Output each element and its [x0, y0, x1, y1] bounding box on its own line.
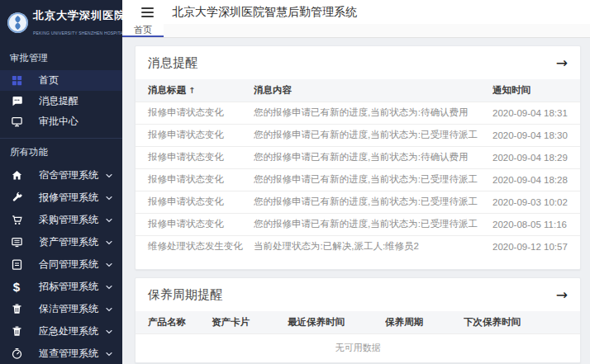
sidebar-item-label: 报修管理系统: [39, 191, 104, 205]
message-title-cell: 报修申请状态变化: [136, 213, 254, 235]
empty-data-message: 无可用数据: [136, 333, 580, 362]
chevron-down-icon: [104, 305, 114, 314]
message-time-cell: 2020-08-05 11:16: [492, 213, 580, 235]
sidebar-item-label: 消息提醒: [39, 94, 114, 108]
wrench-icon: [10, 191, 23, 205]
message-time-cell: 2020-09-03 10:02: [492, 191, 580, 213]
tab-bar: 首页: [122, 24, 590, 38]
card-padding: [136, 258, 580, 269]
home-icon: [10, 169, 23, 182]
chevron-down-icon: [104, 282, 114, 292]
message-title-cell: 报修申请状态变化: [136, 124, 254, 146]
message-content-cell: 您的报修申请已有新的进度,当前状态为:已受理待派工: [254, 168, 492, 191]
sidebar-item-label: 应急处理系统: [39, 324, 104, 338]
messages-title: 消息提醒: [148, 55, 197, 71]
sidebar-item-procurement-system[interactable]: 采购管理系统: [0, 209, 122, 231]
column-header-next-maintenance[interactable]: 下次保养时间: [464, 311, 580, 333]
message-time-cell: 2020-09-12 10:57: [492, 235, 580, 258]
sidebar-item-approval-center[interactable]: 审批中心: [0, 111, 122, 132]
column-header-asset-card[interactable]: 资产卡片: [212, 311, 288, 333]
sidebar-item-label: 审批中心: [39, 115, 114, 129]
chevron-down-icon: [104, 171, 114, 181]
sidebar-item-cleaning-system[interactable]: 保洁管理系统: [0, 298, 122, 320]
column-header-message-content[interactable]: 消息内容: [254, 79, 492, 102]
chevron-down-icon: [104, 215, 114, 225]
column-header-message-title[interactable]: 消息标题↑: [136, 79, 254, 102]
sidebar-item-dormitory-system[interactable]: 宿舍管理系统: [0, 164, 122, 187]
column-header-last-maintenance[interactable]: 最近保养时间: [288, 311, 385, 333]
table-row[interactable]: 报修申请状态变化 您的报修申请已有新的进度,当前状态为:待确认费用 2020-0…: [136, 102, 580, 124]
tab-home[interactable]: 首页: [122, 24, 164, 37]
sort-asc-icon: ↑: [188, 86, 195, 95]
messages-table-header-row: 消息标题↑ 消息内容 通知时间: [136, 79, 580, 102]
messages-card: 消息提醒 → 消息标题↑ 消息内容 通知时间 报修申请状态变化: [135, 45, 581, 270]
message-title-cell: 维修处理状态发生变化: [136, 235, 254, 258]
chevron-down-icon: [104, 193, 114, 203]
sidebar-item-emergency-system[interactable]: 应急处理系统: [0, 320, 122, 343]
maintenance-table-header-row: 产品名称 资产卡片 最近保养时间 保养周期 下次保养时间: [136, 311, 580, 333]
message-title-cell: 报修申请状态变化: [136, 191, 254, 213]
messages-table: 消息标题↑ 消息内容 通知时间 报修申请状态变化 您的报修申请已有新的进度,当前…: [136, 79, 580, 258]
column-header-maintenance-cycle[interactable]: 保养周期: [385, 311, 464, 333]
menu-toggle-icon[interactable]: [140, 5, 155, 20]
cart-icon: [10, 214, 23, 227]
table-row[interactable]: 报修申请状态变化 您的报修申请已有新的进度,当前状态为:已受理待派工 2020-…: [136, 191, 580, 213]
maintenance-card: 保养周期提醒 → 产品名称 资产卡片 最近保养时间 保养周期 下次保养时间: [135, 277, 581, 363]
arrow-right-icon[interactable]: →: [556, 288, 568, 302]
column-header-product-name[interactable]: 产品名称: [136, 311, 212, 333]
sidebar-item-home[interactable]: 首页: [0, 70, 122, 91]
message-title-cell: 报修申请状态变化: [136, 146, 254, 168]
messages-card-header: 消息提醒 →: [136, 46, 580, 79]
main-area: 北京大学深圳医院智慧后勤管理系统 首页 消息提醒 → 消息标题↑ 消息内容: [122, 0, 590, 364]
message-title-cell: 报修申请状态变化: [136, 168, 254, 191]
hospital-emblem-icon: [7, 12, 29, 34]
sidebar-item-asset-system[interactable]: 资产管理系统: [0, 231, 122, 253]
message-time-cell: 2020-09-04 18:28: [492, 168, 580, 191]
app-window: 北京大学深圳医院 PEKING UNIVERSITY SHENZHEN HOSP…: [0, 0, 590, 364]
sidebar-item-bidding-system[interactable]: $ 招标管理系统: [0, 276, 122, 298]
top-bar: 北京大学深圳医院智慧后勤管理系统: [122, 0, 590, 24]
sidebar-group-all-functions: 所有功能: [0, 139, 122, 164]
message-content-cell: 当前处理状态为:已解决,派工人:维修员2: [254, 235, 492, 258]
message-content-cell: 您的报修申请已有新的进度,当前状态为:已受理待派工: [254, 213, 492, 235]
table-row[interactable]: 报修申请状态变化 您的报修申请已有新的进度,当前状态为:已受理待派工 2020-…: [136, 213, 580, 235]
table-row[interactable]: 维修处理状态发生变化 当前处理状态为:已解决,派工人:维修员2 2020-09-…: [136, 235, 580, 258]
message-icon: [10, 95, 23, 108]
column-header-notify-time[interactable]: 通知时间: [492, 79, 580, 102]
approval-center-icon: [10, 116, 23, 129]
message-time-cell: 2020-09-04 18:29: [492, 146, 580, 168]
dollar-icon: $: [10, 281, 23, 294]
gauge-icon: [10, 347, 23, 361]
arrow-right-icon[interactable]: →: [556, 56, 568, 70]
chevron-down-icon: [104, 349, 114, 359]
table-row[interactable]: 报修申请状态变化 您的报修申请已有新的进度,当前状态为:待确认费用 2020-0…: [136, 146, 580, 168]
content-area: 消息提醒 → 消息标题↑ 消息内容 通知时间 报修申请状态变化: [122, 38, 590, 364]
message-time-cell: 2020-09-04 18:31: [492, 102, 580, 124]
table-row[interactable]: 报修申请状态变化 您的报修申请已有新的进度,当前状态为:已受理待派工 2020-…: [136, 168, 580, 191]
message-content-cell: 您的报修申请已有新的进度,当前状态为:已受理待派工: [254, 124, 492, 146]
sidebar-item-repair-system[interactable]: 报修管理系统: [0, 187, 122, 209]
sidebar-item-inspection-system[interactable]: 巡查管理系统: [0, 343, 122, 364]
hospital-name-block: 北京大学深圳医院 PEKING UNIVERSITY SHENZHEN HOSP…: [33, 7, 122, 38]
sidebar-item-message-reminder[interactable]: 消息提醒: [0, 91, 122, 111]
app-title: 北京大学深圳医院智慧后勤管理系统: [172, 5, 357, 20]
sidebar-item-label: 首页: [39, 73, 114, 87]
hospital-logo: 北京大学深圳医院 PEKING UNIVERSITY SHENZHEN HOSP…: [0, 0, 122, 45]
sidebar-item-label: 巡查管理系统: [39, 347, 104, 361]
table-row[interactable]: 报修申请状态变化 您的报修申请已有新的进度,当前状态为:已受理待派工 2020-…: [136, 124, 580, 146]
sidebar-item-contract-system[interactable]: 合同管理系统: [0, 253, 122, 276]
maintenance-table: 产品名称 资产卡片 最近保养时间 保养周期 下次保养时间: [136, 311, 580, 333]
sidebar-item-label: 宿舍管理系统: [39, 168, 104, 182]
sidebar-group-approval: 审批管理: [0, 45, 122, 70]
hospital-name: 北京大学深圳医院: [33, 9, 122, 21]
message-title-cell: 报修申请状态变化: [136, 102, 254, 124]
chevron-down-icon: [104, 260, 114, 270]
chevron-down-icon: [104, 238, 114, 248]
sidebar: 北京大学深圳医院 PEKING UNIVERSITY SHENZHEN HOSP…: [0, 0, 122, 364]
sidebar-item-label: 保洁管理系统: [39, 302, 104, 316]
maintenance-title: 保养周期提醒: [148, 287, 222, 303]
sidebar-item-label: 采购管理系统: [39, 213, 104, 227]
sidebar-item-label: 合同管理系统: [39, 258, 104, 272]
dashboard-icon: [10, 74, 23, 87]
hospital-name-en: PEKING UNIVERSITY SHENZHEN HOSPITAL: [33, 31, 122, 35]
